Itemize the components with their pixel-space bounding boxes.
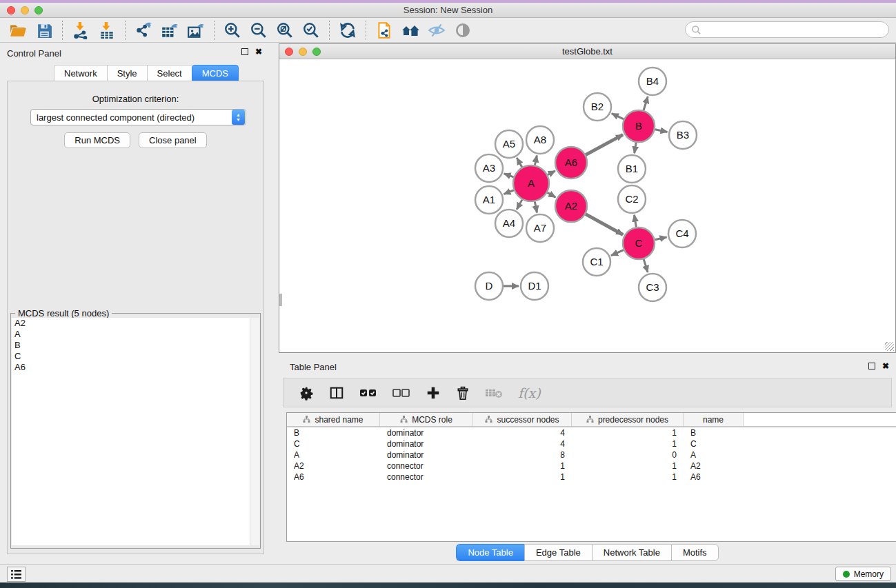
graph-edge-A-A5[interactable]: [517, 158, 522, 167]
main-title-bar[interactable]: Session: New Session: [0, 3, 896, 18]
mcds-result-item[interactable]: A: [12, 329, 250, 340]
zoom-in-icon[interactable]: [223, 21, 242, 40]
table-row[interactable]: Bdominator41B: [287, 427, 896, 438]
delete-column-icon[interactable]: [456, 385, 470, 401]
table-cell[interactable]: dominator: [380, 449, 473, 460]
import-table-icon[interactable]: [97, 21, 117, 40]
table-cell[interactable]: 1: [572, 438, 684, 449]
tab-motifs[interactable]: Motifs: [671, 544, 719, 561]
table-cell[interactable]: 1: [473, 460, 572, 472]
open-file-icon[interactable]: [8, 21, 28, 40]
close-panel-icon[interactable]: ✖: [255, 48, 262, 55]
refresh-layout-icon[interactable]: [338, 21, 357, 40]
table-settings-icon[interactable]: [299, 385, 314, 401]
mcds-result-item[interactable]: C: [12, 351, 250, 362]
export-network-icon[interactable]: [134, 21, 153, 40]
select-all-columns-icon[interactable]: [359, 387, 377, 399]
zoom-out-icon[interactable]: [249, 21, 268, 40]
graph-edge-B-B1[interactable]: [635, 143, 637, 154]
show-details-icon[interactable]: [453, 21, 472, 40]
tab-mcds[interactable]: MCDS: [192, 65, 239, 82]
table-row[interactable]: Cdominator41C: [287, 438, 896, 449]
mcds-result-list[interactable]: A2ABCA6: [12, 318, 250, 545]
table-cell[interactable]: dominator: [380, 427, 473, 438]
graph-edge-B-B2[interactable]: [612, 114, 624, 119]
column-view-icon[interactable]: [329, 385, 344, 401]
tab-select[interactable]: Select: [147, 65, 192, 82]
table-row[interactable]: A6connector11A6: [287, 472, 896, 483]
table-cell[interactable]: 1: [572, 460, 684, 472]
table-row[interactable]: A2connector11A2: [287, 460, 896, 472]
delete-table-icon[interactable]: [485, 387, 503, 399]
table-cell[interactable]: 1: [473, 472, 572, 483]
graph-edge-B-B4[interactable]: [644, 97, 648, 110]
memory-button[interactable]: Memory: [835, 567, 891, 581]
network-window-title-bar[interactable]: testGlobe.txt: [279, 44, 895, 59]
mcds-result-item[interactable]: B: [12, 340, 250, 351]
import-network-icon[interactable]: [71, 21, 90, 40]
table-cell[interactable]: A6: [287, 472, 380, 483]
table-cell[interactable]: A: [287, 449, 380, 460]
column-header-successor-nodes[interactable]: successor nodes: [473, 413, 572, 426]
canvas-scroll-thumb[interactable]: [279, 294, 282, 306]
graph-edge-A6-B[interactable]: [586, 134, 623, 154]
graph-edge-A2-C[interactable]: [586, 214, 623, 235]
column-header-shared-name[interactable]: shared name: [287, 413, 380, 426]
close-panel-button[interactable]: Close panel: [139, 132, 207, 148]
graph-edge-A-A7[interactable]: [535, 201, 537, 212]
mcds-result-item[interactable]: A6: [12, 362, 250, 373]
search-input[interactable]: [685, 21, 889, 38]
table-cell[interactable]: 8: [473, 449, 572, 460]
graph-edge-C-C3[interactable]: [644, 259, 648, 272]
graph-edge-C-C4[interactable]: [655, 237, 666, 240]
task-history-button[interactable]: [7, 567, 26, 582]
table-cell[interactable]: connector: [380, 472, 473, 483]
export-image-icon[interactable]: [186, 21, 206, 40]
hide-details-icon[interactable]: [427, 21, 446, 40]
table-cell[interactable]: 4: [473, 427, 572, 438]
graph-edge-A-A8[interactable]: [535, 156, 537, 165]
tab-node-table[interactable]: Node Table: [456, 544, 524, 561]
table-cell[interactable]: 4: [473, 438, 572, 449]
add-column-icon[interactable]: [426, 385, 441, 401]
graph-edge-A-A3[interactable]: [504, 174, 514, 177]
export-table-icon[interactable]: [160, 21, 179, 40]
table-cell[interactable]: 0: [572, 449, 684, 460]
unselect-all-columns-icon[interactable]: [392, 387, 410, 399]
table-cell[interactable]: A: [684, 449, 744, 460]
save-session-icon[interactable]: [34, 21, 54, 40]
home-icon[interactable]: [401, 21, 420, 40]
column-header-predecessor-nodes[interactable]: predecessor nodes: [572, 413, 684, 426]
table-cell[interactable]: C: [287, 438, 380, 449]
graph-edge-A-A6[interactable]: [548, 171, 555, 175]
graph-edge-A-A4[interactable]: [517, 200, 522, 210]
table-cell[interactable]: 1: [572, 427, 684, 438]
mcds-list-scrollbar[interactable]: [250, 318, 259, 545]
table-cell[interactable]: A2: [287, 460, 380, 472]
table-cell[interactable]: dominator: [380, 438, 473, 449]
table-cell[interactable]: A2: [684, 460, 744, 472]
table-cell[interactable]: B: [287, 427, 380, 438]
node-table[interactable]: shared nameMCDS rolesuccessor nodesprede…: [286, 412, 896, 542]
criterion-select[interactable]: largest connected component (directed) ▲…: [30, 109, 246, 125]
table-cell[interactable]: connector: [380, 460, 473, 472]
function-builder-icon[interactable]: f(x): [518, 385, 541, 401]
network-canvas[interactable]: B4B2BB3A8A5A6A3B1AA1C2A2A4A7C4CC1C3DD1: [279, 59, 895, 352]
tab-style[interactable]: Style: [107, 65, 147, 82]
table-row[interactable]: Adominator80A: [287, 449, 896, 460]
copy-network-icon[interactable]: [375, 21, 394, 40]
close-table-panel-icon[interactable]: ✖: [882, 363, 889, 369]
tab-edge-table[interactable]: Edge Table: [524, 544, 592, 561]
graph-edge-A-A1[interactable]: [504, 190, 513, 194]
mcds-result-item[interactable]: A2: [12, 318, 250, 329]
tab-network[interactable]: Network: [54, 65, 107, 82]
run-mcds-button[interactable]: Run MCDS: [64, 132, 130, 148]
table-cell[interactable]: C: [684, 438, 744, 449]
zoom-selected-icon[interactable]: [301, 21, 321, 40]
graph-edge-B-B3[interactable]: [655, 130, 668, 132]
window-resize-grip[interactable]: [885, 342, 894, 351]
graph-edge-C-C2[interactable]: [635, 215, 637, 227]
zoom-fit-icon[interactable]: [275, 21, 295, 40]
float-panel-icon[interactable]: [241, 48, 248, 55]
graph-edge-C-C1[interactable]: [611, 250, 624, 256]
